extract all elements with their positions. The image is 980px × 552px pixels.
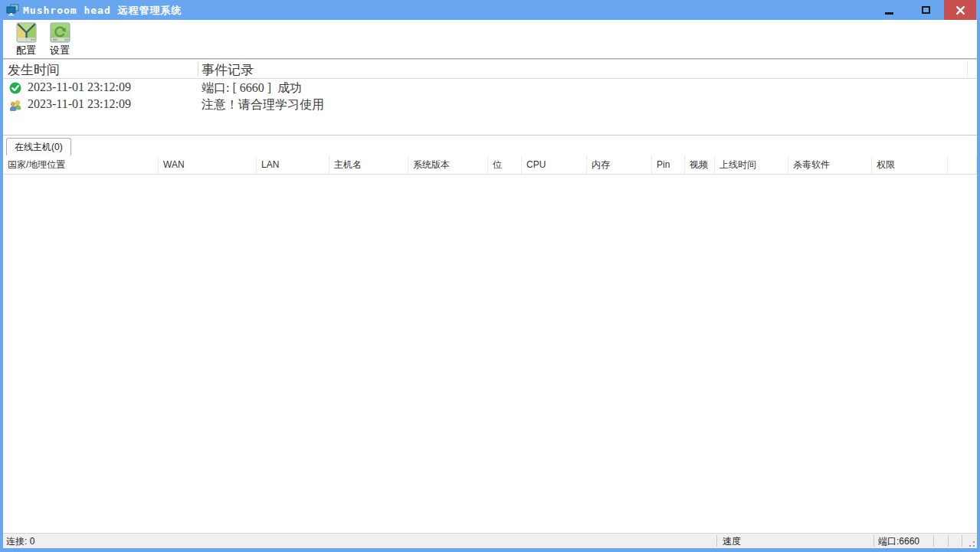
host-column-header-12[interactable]: 杀毒软件 — [788, 155, 872, 174]
toolbar: 配置 设置 — [3, 20, 977, 58]
event-time: 2023-11-01 23:12:09 — [28, 80, 131, 94]
status-bar: 连接: 0 速度 端口:6660 — [3, 534, 977, 548]
config-button[interactable]: 配置 — [9, 22, 43, 57]
tab-strip: 在线主机(0) — [3, 136, 977, 155]
event-row[interactable]: 2023-11-01 23:12:09 端口: [ 6660 ] 成功 — [3, 80, 977, 96]
config-package-icon — [16, 22, 37, 43]
event-header-divider — [198, 62, 198, 77]
column-header-time[interactable]: 发生时间 — [8, 61, 60, 79]
host-column-header-3[interactable]: LAN — [257, 155, 329, 174]
resize-grip[interactable] — [965, 537, 975, 547]
host-column-header-8[interactable]: 内存 — [587, 155, 652, 174]
config-button-label: 配置 — [16, 44, 36, 57]
host-column-header-9[interactable]: Pin — [652, 155, 685, 174]
event-time: 2023-11-01 23:12:09 — [28, 97, 131, 111]
minimize-icon — [885, 12, 893, 15]
window-title: Mushroom head 远程管理系统 — [23, 4, 182, 18]
host-column-header-14[interactable] — [948, 155, 977, 174]
event-message: 端口: [ 6660 ] 成功 — [202, 80, 302, 96]
event-log-header: 发生时间 事件记录 — [3, 60, 977, 79]
settings-refresh-icon — [50, 22, 70, 43]
status-speed: 速度 — [723, 535, 741, 548]
status-port: 端口:6660 — [878, 535, 919, 548]
event-row[interactable]: 2023-11-01 23:12:09 注意！请合理学习使用 — [3, 96, 977, 113]
close-icon — [955, 5, 965, 15]
statusbar-divider — [962, 535, 962, 547]
event-message: 注意！请合理学习使用 — [202, 97, 324, 113]
host-column-header-11[interactable]: 上线时间 — [715, 155, 788, 174]
maximize-icon — [922, 6, 930, 14]
title-bar[interactable]: Mushroom head 远程管理系统 — [0, 0, 980, 20]
app-icon — [6, 4, 19, 16]
column-header-event[interactable]: 事件记录 — [202, 61, 254, 79]
statusbar-divider — [873, 535, 874, 547]
window-border-right — [977, 20, 980, 552]
statusbar-divider — [948, 535, 949, 547]
host-column-header-10[interactable]: 视频 — [685, 155, 715, 174]
host-column-header-1[interactable]: 国家/地理位置 — [3, 155, 159, 174]
tab-online-hosts[interactable]: 在线主机(0) — [6, 138, 71, 155]
host-column-header-5[interactable]: 系统版本 — [408, 155, 488, 174]
statusbar-divider — [716, 535, 717, 547]
status-connections: 连接: 0 — [6, 535, 34, 548]
host-column-header-2[interactable]: WAN — [159, 155, 257, 174]
host-column-header-13[interactable]: 权限 — [872, 155, 948, 174]
settings-button[interactable]: 设置 — [43, 22, 77, 57]
statusbar-divider — [933, 535, 934, 547]
host-column-header-4[interactable]: 主机名 — [329, 155, 408, 174]
window-border-bottom — [0, 548, 980, 552]
minimize-button[interactable] — [873, 0, 904, 20]
host-table-header: 国家/地理位置WANLAN主机名系统版本位CPU内存Pin视频上线时间杀毒软件权… — [3, 155, 977, 175]
event-log-list: 2023-11-01 23:12:09 端口: [ 6660 ] 成功 2023… — [3, 80, 977, 113]
host-column-header-7[interactable]: CPU — [522, 155, 587, 174]
host-column-header-6[interactable]: 位 — [488, 155, 522, 174]
app-window: Mushroom head 远程管理系统 配置 — [0, 0, 980, 552]
event-header-divider-right — [967, 62, 968, 77]
close-button[interactable] — [944, 0, 976, 20]
users-icon — [9, 99, 21, 111]
host-table-body — [3, 175, 977, 533]
maximize-button[interactable] — [910, 0, 941, 20]
settings-button-label: 设置 — [50, 44, 70, 57]
success-check-icon — [9, 82, 21, 94]
